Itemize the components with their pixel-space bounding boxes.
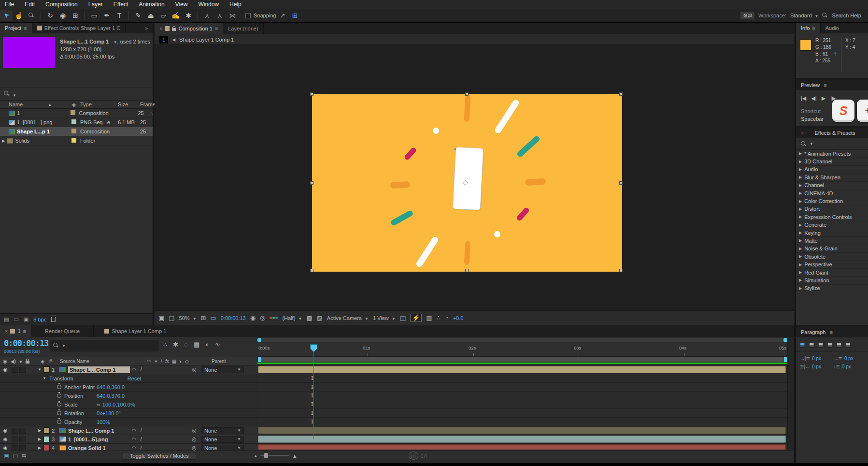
column-size[interactable]: Size — [118, 102, 140, 107]
layer-switches[interactable]: ◠/ — [130, 437, 187, 442]
grid-guides-icon[interactable]: ⊞ — [201, 314, 206, 321]
fx-category-red-giant[interactable]: ▶Red Giant — [796, 269, 868, 277]
scale-value[interactable]: 100.0,100.0% — [102, 402, 135, 408]
fx-category-matte[interactable]: ▶Matte — [796, 237, 868, 245]
frame-blending-icon[interactable]: ▤ — [194, 341, 199, 348]
shape-orange-bar-right[interactable] — [525, 178, 546, 186]
parent-dropdown[interactable]: None▼ — [201, 366, 244, 373]
menu-effect[interactable]: Effect — [114, 1, 128, 8]
timeline-horizontal-scrollbar[interactable] — [257, 338, 787, 342]
trash-icon[interactable] — [51, 317, 56, 322]
shape-orange-bar-bottom[interactable] — [464, 241, 471, 265]
expand-arrow-icon[interactable]: ▶ — [36, 437, 43, 441]
new-folder-icon[interactable]: ▭ — [14, 316, 18, 322]
menu-edit[interactable]: Edit — [25, 1, 35, 8]
first-frame-button[interactable]: |◀ — [801, 95, 806, 102]
justify-all-button[interactable]: ≣ — [846, 341, 851, 349]
tab-effect-controls[interactable]: Effect Controls Shape Layer 1 C — [32, 23, 126, 33]
label-swatch[interactable] — [71, 119, 76, 124]
close-icon[interactable]: × — [5, 328, 8, 334]
tab-shape-layer-comp[interactable]: Shape Layer 1 Comp 1 — [94, 325, 177, 337]
rotation-value[interactable]: 0x+180.0° — [97, 410, 121, 416]
layer-row-1[interactable]: ◉ ▼ 1 Shape L... Comp 1 ◠/ ◎ None▼ — [0, 365, 257, 374]
expand-layers-icon[interactable]: ▣ — [4, 452, 9, 459]
blend-modes-icon[interactable]: ▢ — [13, 452, 17, 459]
local-axis-mode-icon[interactable]: ⋏ — [201, 10, 213, 21]
selection-handle[interactable] — [310, 181, 313, 185]
transparency-grid-icon[interactable]: ▨ — [317, 314, 323, 321]
fx-category-stylize[interactable]: ▶Stylize — [796, 285, 868, 292]
menu-view[interactable]: View — [175, 1, 188, 8]
zoom-tool-icon[interactable] — [25, 10, 38, 21]
panel-menu-icon[interactable]: ≡ — [812, 25, 815, 31]
label-column-icon[interactable]: ◈ — [36, 359, 49, 364]
layer-1-track[interactable] — [257, 365, 787, 374]
align-left-button[interactable]: ≣ — [800, 341, 805, 349]
indent-right-margin-field[interactable]: ≣|←0 px — [800, 364, 832, 369]
indent-first-line-field[interactable]: →≣0 px — [834, 356, 866, 361]
shape-white-dot-bottom-right[interactable] — [494, 231, 500, 237]
clone-stamp-tool-icon[interactable]: ⏏ — [144, 10, 157, 21]
fx-category-distort[interactable]: ▶Distort — [796, 205, 868, 213]
fx-category-simulation[interactable]: ▶Simulation — [796, 277, 868, 284]
parent-pickwhip-icon[interactable]: ◎ — [187, 366, 201, 373]
rotation-row[interactable]: Rotation 0x+180.0° — [0, 409, 257, 418]
show-snapshot-icon[interactable]: ◎ — [260, 314, 265, 321]
keyframe-marker[interactable]: I — [311, 384, 313, 390]
motion-blur-switch-icon[interactable]: ◐ — [179, 359, 182, 364]
fx-category-3d-channel[interactable]: ▶3D Channel — [796, 158, 868, 165]
keyframe-marker[interactable]: I — [311, 419, 313, 425]
tab-render-queue[interactable]: Render Queue — [31, 325, 94, 337]
close-icon[interactable]: × — [159, 26, 162, 31]
white-card-shape[interactable]: ◇ — [453, 147, 484, 211]
frame-blend-switch-icon[interactable]: ▦ — [172, 359, 176, 364]
layer-name[interactable]: Orange Solid 1 — [68, 445, 130, 451]
zoom-in-icon[interactable]: ▲ — [292, 453, 298, 459]
primary-viewer-icon[interactable]: ▢ — [169, 314, 174, 321]
zoom-slider-thumb[interactable] — [264, 453, 268, 458]
floating-keycap-s[interactable]: S — [832, 100, 854, 122]
world-axis-mode-icon[interactable]: ⋏ — [213, 10, 226, 21]
shape-white-dot-top-left[interactable] — [433, 128, 439, 134]
layer-label-swatch[interactable] — [43, 436, 50, 442]
hide-shy-layers-icon[interactable]: ◌ — [184, 341, 188, 348]
camera-select[interactable]: Active Camera▼ — [327, 315, 369, 321]
snapshot-icon[interactable]: ◉ — [250, 314, 256, 321]
shape-teal-bar-lower-left[interactable] — [390, 210, 414, 227]
brush-tool-icon[interactable]: ✎ — [132, 10, 144, 21]
fx-category-expression-controls[interactable]: ▶Expression Controls — [796, 213, 868, 221]
puppet-pin-tool-icon[interactable]: ✱ — [182, 10, 195, 21]
layer-4-duration-bar[interactable] — [258, 444, 786, 450]
layer-3-duration-bar[interactable] — [258, 436, 786, 443]
rotation-tool-icon[interactable]: ↻ — [44, 10, 57, 21]
fx-category-animation-presets[interactable]: ▶* Animation Presets — [796, 150, 868, 158]
panel-menu-icon[interactable]: ≡ — [215, 26, 218, 31]
menu-composition[interactable]: Composition — [45, 1, 78, 8]
keyframe-marker[interactable]: I — [311, 401, 313, 408]
parent-dropdown[interactable]: None▼ — [201, 427, 244, 434]
eye-icon[interactable]: ◉ — [0, 445, 11, 451]
pan-behind-tool-icon[interactable]: ⊞ — [69, 10, 82, 21]
composition-canvas[interactable]: ◇ — [312, 94, 622, 272]
column-type[interactable]: Type — [80, 102, 118, 107]
snap-bounds-icon[interactable]: ⊞ — [289, 10, 301, 21]
indent-left-margin-field[interactable]: →|≣0 px — [800, 356, 832, 361]
timeline-right-gutter[interactable] — [787, 337, 794, 450]
selection-handle[interactable] — [619, 269, 623, 272]
layer-switches[interactable]: ◠/ — [130, 445, 187, 451]
transform-reset-link[interactable]: Reset — [128, 376, 142, 381]
reset-exposure-icon[interactable]: ◔ — [445, 314, 449, 321]
show-channel-icon[interactable] — [270, 317, 278, 319]
project-item-thumbnail[interactable] — [3, 37, 55, 68]
breadcrumb-comp-name[interactable]: Shape Layer 1 Comp 1 — [179, 37, 234, 43]
exposure-value[interactable]: +0.0 — [453, 315, 464, 321]
motion-blur-icon[interactable]: ◐ — [205, 341, 209, 348]
solo-column-icon[interactable]: ● — [19, 359, 22, 364]
hand-tool-icon[interactable]: ☝ — [13, 10, 25, 21]
justify-last-left-button[interactable]: ≣ — [827, 341, 832, 349]
floating-keycap-partial[interactable]: + — [857, 100, 868, 122]
layer-row-2[interactable]: ◉ ▶ 2 Shape L... Comp 1 ◠/ ◎ None▼ — [0, 426, 257, 435]
timeline-current-time[interactable]: 0:00:00:13 — [4, 338, 48, 348]
shape-teal-bar-upper-right[interactable] — [516, 135, 541, 158]
fx-category-channel[interactable]: ▶Channel — [796, 182, 868, 189]
